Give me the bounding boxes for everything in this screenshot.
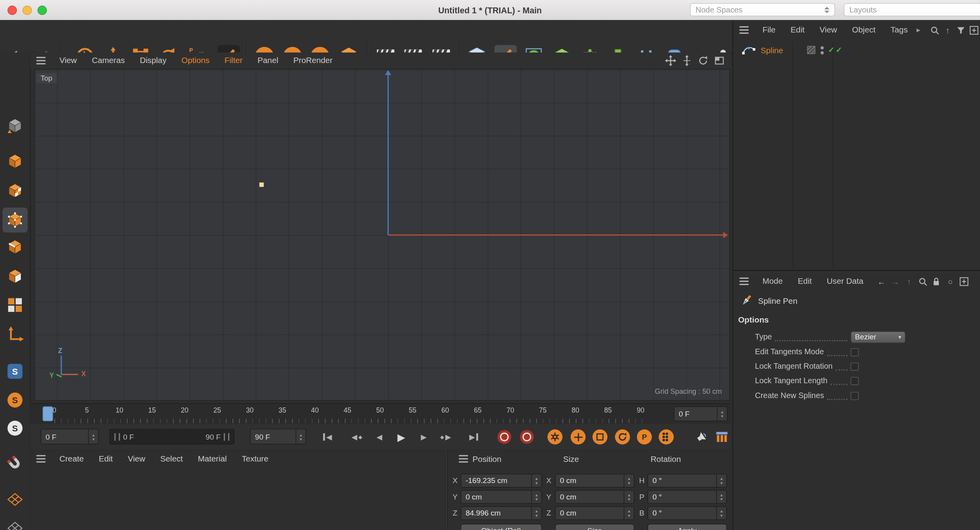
options-section-header[interactable]: Options [738,315,769,324]
key-parameter-button[interactable]: P [637,429,652,444]
visibility-dots-icon[interactable] [821,46,824,54]
current-frame-field[interactable]: 0 F ▴▾ [41,429,99,444]
search-icon[interactable] [916,274,930,288]
attribute-manager-menu-icon[interactable] [733,278,755,285]
object-manager-menu-icon[interactable] [733,26,755,34]
history-back-icon[interactable]: ← [875,274,888,288]
size-x-field[interactable]: 0 cm ▴▾ [555,474,634,487]
add-object-icon[interactable] [967,23,980,37]
stepper-icon[interactable]: ▴▾ [624,474,634,487]
ruler-frame-field[interactable]: 0 F ▴▾ [674,406,727,421]
size-mode-select[interactable]: Size [555,524,634,530]
next-frame-button[interactable]: ▶ [413,429,434,445]
am-menu-mode[interactable]: Mode [755,273,790,290]
up-arrow-icon[interactable]: ↑ [902,274,916,288]
stepper-icon[interactable]: ▴▾ [716,491,726,503]
pan-view-icon[interactable] [664,54,677,67]
configure-icon[interactable]: ○ [943,274,957,288]
am-menu-edit[interactable]: Edit [790,273,819,290]
rotation-h-field[interactable]: 0 ° ▴▾ [647,474,727,487]
lock-tangent-rotation-checkbox[interactable] [850,362,859,370]
material-menu-create[interactable]: Create [52,451,92,467]
planar-workplane-button[interactable] [2,516,27,530]
spline-point[interactable] [259,182,264,187]
tweak-mode-button[interactable] [2,292,27,317]
key-pla-button[interactable] [659,429,674,444]
object-row-spline[interactable]: Spline ✓ ✓ [733,41,980,59]
am-menu-userdata[interactable]: User Data [819,273,871,290]
zoom-view-icon[interactable] [680,54,694,67]
timeline-ruler[interactable]: 0 5 10 15 20 25 30 35 40 45 50 55 60 65 … [30,403,730,425]
record-button[interactable] [497,430,511,444]
om-menu-tags[interactable]: Tags [883,22,915,38]
edges-mode-button[interactable] [2,234,27,260]
modeling-settings-button[interactable]: S [2,416,27,441]
autokeying-button[interactable] [548,429,562,444]
stepper-icon[interactable]: ▴▾ [531,474,541,487]
lock-icon[interactable] [930,274,943,288]
model-mode-button[interactable] [2,149,27,174]
axis-mode-button[interactable] [2,323,27,348]
create-new-splines-checkbox[interactable] [850,391,859,400]
quantize-button[interactable]: S [2,388,27,413]
next-key-button[interactable]: ◆▶ [435,429,456,445]
position-z-field[interactable]: 84.996 cm ▴▾ [461,506,542,520]
material-menu-select[interactable]: Select [153,451,190,467]
viewport-menu-view[interactable]: View [52,52,85,69]
viewport-menu-display[interactable]: Display [132,52,174,69]
viewport-menu-icon[interactable] [30,57,52,64]
om-menu-object[interactable]: Object [845,22,883,38]
history-forward-icon[interactable]: → [888,274,902,288]
up-arrow-icon[interactable]: ↑ [941,23,954,37]
toggle-view-icon[interactable] [712,54,726,67]
prev-frame-button[interactable]: ◀ [369,429,390,445]
material-menu-texture[interactable]: Texture [234,451,276,467]
size-y-field[interactable]: 0 cm ▴▾ [555,490,634,504]
position-x-field[interactable]: -169.235 cm ▴▾ [461,474,542,487]
stepper-icon[interactable]: ▴▾ [295,429,306,444]
stepper-icon[interactable]: ▴▾ [717,407,727,421]
material-menu-view[interactable]: View [120,451,153,467]
search-icon[interactable] [928,23,941,37]
magnet-tool-button[interactable] [2,451,27,476]
size-z-field[interactable]: 0 cm ▴▾ [555,506,634,520]
apply-button[interactable]: Apply [647,524,727,530]
position-y-field[interactable]: 0 cm ▴▾ [461,490,542,504]
sound-toggle-button[interactable] [691,429,712,445]
node-spaces-select[interactable]: Node Spaces [690,3,835,16]
coordinate-mode-select[interactable]: Object (Rel) [461,524,542,530]
key-rotation-button[interactable] [615,429,630,444]
type-dropdown[interactable]: Bezier ▾ [850,331,906,343]
texture-mode-button[interactable] [2,178,27,203]
edit-tangents-mode-checkbox[interactable] [850,348,859,356]
rotate-view-icon[interactable] [696,54,710,67]
stepper-icon[interactable]: ▴▾ [624,491,634,503]
make-editable-button[interactable] [2,113,27,138]
keyframe-selection-button[interactable] [520,430,534,444]
prev-key-button[interactable]: ◀◆ [346,429,368,445]
om-menu-file[interactable]: File [755,22,783,38]
workplane-mode-button[interactable] [2,487,27,512]
key-scale-button[interactable] [593,429,607,444]
layouts-select[interactable]: Layouts [844,3,980,16]
stepper-icon[interactable]: ▴▾ [531,507,541,519]
menu-overflow-icon[interactable]: ▶ [917,27,921,32]
key-position-button[interactable] [571,429,585,444]
viewport-menu-prorender[interactable]: ProRender [286,52,340,69]
viewport-menu-cameras[interactable]: Cameras [85,52,133,69]
enabled-check-icon[interactable]: ✓ [828,46,834,54]
render-toggle-button[interactable] [711,429,732,445]
filter-icon[interactable] [954,23,967,37]
end-frame-field[interactable]: 90 F ▴▾ [250,429,306,444]
stepper-icon[interactable]: ▴▾ [716,474,726,487]
om-menu-edit[interactable]: Edit [783,22,812,38]
view-label[interactable]: Top [36,73,57,83]
polygons-mode-button[interactable] [2,264,27,289]
lock-tangent-length-checkbox[interactable] [850,377,859,385]
points-mode-button[interactable] [2,207,27,233]
object-name-label[interactable]: Spline [760,45,783,55]
play-button[interactable]: ▶ [391,429,412,445]
stepper-icon[interactable]: ▴▾ [88,429,98,444]
material-menu-edit[interactable]: Edit [91,451,120,467]
stepper-icon[interactable]: ▴▾ [531,491,541,503]
